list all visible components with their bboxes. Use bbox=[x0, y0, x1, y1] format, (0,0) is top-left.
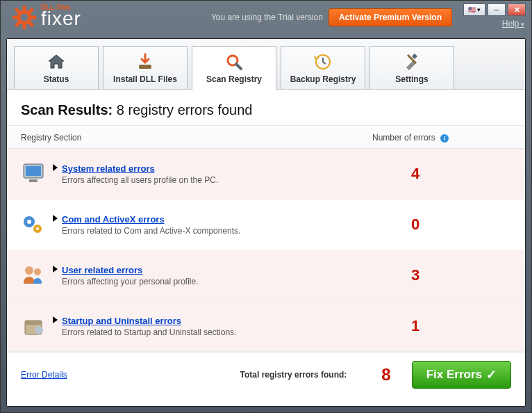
expand-arrow-icon[interactable] bbox=[53, 316, 58, 323]
magnifier-icon bbox=[224, 52, 244, 72]
svg-line-11 bbox=[236, 64, 241, 69]
svg-line-6 bbox=[29, 22, 32, 25]
gears-icon bbox=[17, 211, 50, 238]
svg-point-18 bbox=[27, 220, 31, 224]
svg-line-8 bbox=[29, 10, 32, 13]
titlebar: DLL-files fixer You are using the Trial … bbox=[1, 1, 531, 34]
row-description: Errors related to Startup and Uninstall … bbox=[62, 327, 390, 337]
svg-rect-24 bbox=[25, 321, 42, 325]
results-header: Scan Results: 8 registry errors found bbox=[7, 90, 525, 125]
logo-subtitle: DLL-files bbox=[41, 3, 71, 11]
row-error-count: 4 bbox=[390, 165, 515, 183]
result-row-user: User related errors Errors affecting you… bbox=[7, 250, 525, 301]
users-icon bbox=[17, 261, 50, 289]
results-footer: Error Details Total registry errors foun… bbox=[7, 352, 525, 397]
row-title-link[interactable]: Startup and Uninstall errors bbox=[62, 316, 390, 326]
row-error-count: 1 bbox=[390, 317, 515, 335]
results-list[interactable]: System related errors Errors affecting a… bbox=[7, 149, 525, 352]
result-row-system: System related errors Errors affecting a… bbox=[7, 149, 525, 200]
scan-results-title: Scan Results: 8 registry errors found bbox=[21, 102, 511, 118]
logo-text: DLL-files fixer bbox=[41, 5, 81, 30]
row-title-link[interactable]: User related errors bbox=[62, 265, 390, 275]
tab-label: Settings bbox=[395, 74, 428, 84]
row-description: Errors affecting your personal profile. bbox=[62, 277, 390, 286]
tab-install-dll[interactable]: Install DLL Files bbox=[103, 46, 188, 89]
svg-line-7 bbox=[17, 22, 19, 25]
row-title-link[interactable]: Com and ActiveX errors bbox=[62, 214, 390, 225]
fix-errors-button[interactable]: Fix Errors bbox=[412, 361, 511, 389]
col-number-of-errors: Number of errors i bbox=[372, 133, 511, 143]
svg-point-20 bbox=[36, 227, 39, 230]
expand-arrow-icon[interactable] bbox=[53, 164, 58, 171]
svg-point-21 bbox=[25, 266, 33, 275]
monitor-icon bbox=[17, 160, 50, 188]
row-description: Errors related to Com and Active-X compo… bbox=[62, 226, 390, 236]
svg-rect-15 bbox=[26, 166, 41, 176]
window-controls: ─ ✕ bbox=[463, 3, 526, 16]
results-title-count: 8 registry errors found bbox=[117, 102, 253, 118]
result-row-com-activex: Com and ActiveX errors Errors related to… bbox=[7, 200, 525, 250]
total-errors-label: Total registry errors found: bbox=[240, 370, 347, 380]
total-errors-count: 8 bbox=[381, 365, 390, 384]
download-icon bbox=[135, 52, 155, 72]
activate-premium-button[interactable]: Activate Premium Version bbox=[329, 8, 452, 26]
expand-arrow-icon[interactable] bbox=[53, 266, 58, 273]
tab-label: Scan Registry bbox=[206, 74, 262, 84]
tab-label: Install DLL Files bbox=[113, 74, 177, 84]
minimize-button[interactable]: ─ bbox=[488, 3, 506, 16]
fix-button-label: Fix Errors bbox=[426, 368, 482, 382]
tab-label: Backup Registry bbox=[290, 74, 356, 84]
tab-settings[interactable]: Settings bbox=[369, 46, 454, 89]
app-logo: DLL-files fixer bbox=[12, 5, 81, 30]
tab-backup-registry[interactable]: Backup Registry bbox=[281, 46, 365, 89]
results-column-header: Registry Section Number of errors i bbox=[7, 125, 525, 149]
app-window: DLL-files fixer You are using the Trial … bbox=[0, 0, 532, 413]
tab-label: Status bbox=[44, 74, 69, 84]
row-text: Startup and Uninstall errors Errors rela… bbox=[62, 316, 390, 337]
row-text: User related errors Errors affecting you… bbox=[62, 265, 390, 286]
results-title-bold: Scan Results: bbox=[21, 102, 113, 118]
trial-notice: You are using the Trial version bbox=[211, 13, 323, 22]
row-text: Com and ActiveX errors Errors related to… bbox=[62, 214, 390, 236]
result-row-startup: Startup and Uninstall errors Errors rela… bbox=[7, 301, 525, 352]
home-icon bbox=[47, 52, 66, 72]
gear-logo-icon bbox=[12, 5, 37, 30]
col-registry-section: Registry Section bbox=[21, 133, 372, 143]
tools-icon bbox=[402, 52, 422, 72]
expand-arrow-icon[interactable] bbox=[53, 215, 58, 222]
help-link[interactable]: Help bbox=[502, 19, 524, 29]
clock-back-icon bbox=[313, 52, 333, 72]
row-text: System related errors Errors affecting a… bbox=[62, 163, 390, 185]
box-icon bbox=[17, 312, 50, 340]
svg-rect-16 bbox=[29, 179, 38, 182]
svg-point-25 bbox=[35, 326, 43, 334]
close-button[interactable]: ✕ bbox=[508, 3, 526, 16]
row-error-count: 3 bbox=[390, 266, 515, 284]
row-title-link[interactable]: System related errors bbox=[62, 163, 390, 174]
svg-rect-9 bbox=[139, 65, 151, 69]
svg-line-5 bbox=[17, 10, 19, 13]
language-selector[interactable] bbox=[463, 3, 485, 16]
main-tabs: Status Install DLL Files Scan Registry B… bbox=[7, 39, 525, 90]
check-icon bbox=[486, 367, 497, 382]
tab-status[interactable]: Status bbox=[14, 46, 99, 89]
row-error-count: 0 bbox=[390, 216, 515, 234]
info-icon[interactable]: i bbox=[440, 134, 449, 143]
content-panel: Status Install DLL Files Scan Registry B… bbox=[6, 38, 526, 407]
row-description: Errors affecting all users profile on th… bbox=[62, 175, 390, 185]
svg-point-22 bbox=[34, 268, 41, 275]
error-details-link[interactable]: Error Details bbox=[21, 370, 67, 380]
tab-scan-registry[interactable]: Scan Registry bbox=[192, 46, 276, 90]
